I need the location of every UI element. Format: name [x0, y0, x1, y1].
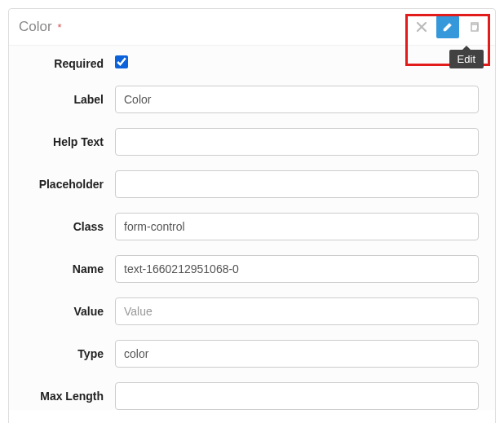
max-length-label: Max Length	[25, 390, 115, 403]
max-length-input[interactable]	[115, 382, 479, 410]
row-max-length: Max Length	[25, 382, 479, 410]
type-label: Type	[25, 347, 115, 360]
panel-title-wrap: Color *	[19, 19, 62, 35]
edit-button[interactable]	[436, 15, 459, 38]
class-input[interactable]	[115, 213, 479, 240]
required-label: Required	[25, 57, 115, 70]
panel-title: Color	[19, 19, 52, 34]
toolbar	[410, 15, 485, 38]
row-name: Name	[25, 255, 479, 283]
pencil-icon	[442, 21, 453, 33]
panel-header: Color *	[9, 9, 495, 46]
row-class: Class	[25, 213, 479, 240]
row-type: Type	[25, 340, 479, 368]
copy-button[interactable]	[462, 15, 485, 38]
value-label: Value	[25, 305, 115, 318]
row-value: Value	[25, 297, 479, 325]
required-indicator: *	[58, 21, 62, 33]
row-label: Label	[25, 86, 479, 113]
copy-icon	[468, 21, 480, 33]
row-required: Required	[25, 55, 479, 71]
placeholder-label: Placeholder	[25, 178, 115, 191]
required-checkbox[interactable]	[115, 55, 128, 68]
edit-tooltip: Edit	[449, 50, 484, 68]
placeholder-input[interactable]	[115, 170, 479, 198]
form-body: Required Label Help Text Placeholder Cla…	[9, 46, 495, 410]
label-label: Label	[25, 93, 115, 106]
help-text-input[interactable]	[115, 128, 479, 156]
row-placeholder: Placeholder	[25, 170, 479, 198]
close-icon	[416, 21, 427, 33]
name-label: Name	[25, 262, 115, 275]
row-help-text: Help Text	[25, 128, 479, 156]
help-text-label: Help Text	[25, 135, 115, 148]
svg-rect-0	[471, 24, 478, 31]
label-input[interactable]	[115, 86, 479, 113]
name-input[interactable]	[115, 255, 479, 283]
remove-button[interactable]	[410, 15, 433, 38]
class-label: Class	[25, 220, 115, 233]
field-config-panel: Color * Required Label Help Text	[8, 8, 496, 423]
value-input[interactable]	[115, 297, 479, 325]
type-input[interactable]	[115, 340, 479, 368]
